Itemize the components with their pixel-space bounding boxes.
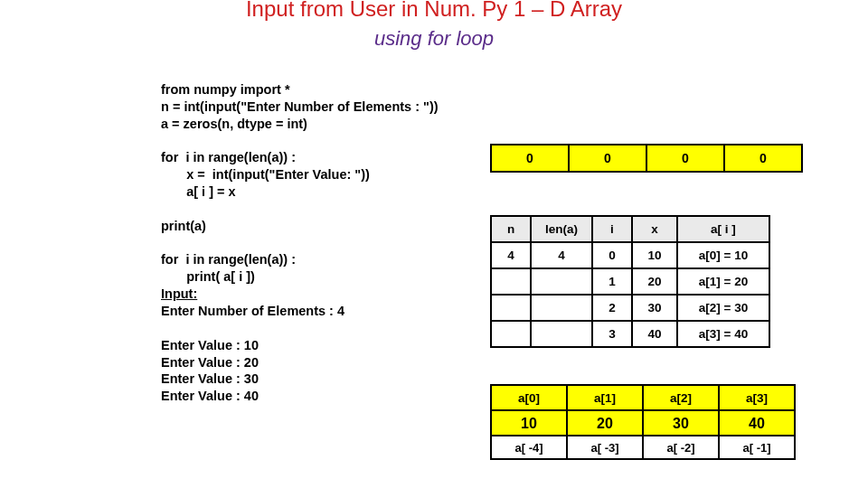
cell xyxy=(531,321,592,347)
code-line: a[ i ] = x xyxy=(161,184,236,199)
cell: 4 xyxy=(531,242,592,268)
code-line: print(a) xyxy=(161,219,206,233)
pos-index-cell: a[3] xyxy=(719,385,795,410)
col-len: len(a) xyxy=(531,216,592,242)
cell: 20 xyxy=(632,268,677,295)
cell xyxy=(531,268,592,295)
zeros-cell: 0 xyxy=(646,144,725,173)
final-array-table: a[0] a[1] a[2] a[3] 10 20 30 40 xyxy=(490,384,796,438)
cell xyxy=(531,295,592,321)
cell: 4 xyxy=(491,242,531,268)
code-line: n = int(input("Enter Number of Elements … xyxy=(161,99,439,114)
code-line: Enter Number of Elements : 4 xyxy=(161,304,344,318)
table-row: 2 30 a[2] = 30 xyxy=(491,295,769,321)
slide-subtitle: using for loop xyxy=(0,27,868,51)
code-line: print( a[ i ]) xyxy=(161,269,255,284)
code-line: for i in range(len(a)) : xyxy=(161,252,296,267)
neg-index-cell: a[ -2] xyxy=(643,436,719,459)
zeros-cell: 0 xyxy=(568,144,647,173)
value-cell: 40 xyxy=(719,410,795,437)
cell: a[2] = 30 xyxy=(677,295,769,321)
cell: 0 xyxy=(592,242,632,268)
cell: 1 xyxy=(592,268,632,295)
value-cell: 30 xyxy=(643,410,719,437)
col-i: i xyxy=(592,216,632,242)
cell: 3 xyxy=(592,321,632,347)
table-header-row: n len(a) i x a[ i ] xyxy=(491,216,769,242)
cell: a[1] = 20 xyxy=(677,268,769,295)
code-line: a = zeros(n, dtype = int) xyxy=(161,117,307,131)
zeros-cell: 0 xyxy=(723,144,803,173)
col-n: n xyxy=(491,216,531,242)
cell: 40 xyxy=(632,321,677,347)
neg-index-cell: a[ -3] xyxy=(567,436,643,459)
input-label: Input: xyxy=(161,286,197,301)
table-row: 4 4 0 10 a[0] = 10 xyxy=(491,242,769,268)
neg-index-cell: a[ -4] xyxy=(491,436,567,459)
slide-title: Input from User in Num. Py 1 – D Array xyxy=(0,0,868,22)
final-val-row: 10 20 30 40 xyxy=(491,410,795,437)
col-ai: a[ i ] xyxy=(677,216,769,242)
cell: 10 xyxy=(632,242,677,268)
value-cell: 10 xyxy=(491,410,567,437)
zeros-cell: 0 xyxy=(490,144,570,173)
pos-index-cell: a[0] xyxy=(491,385,567,410)
code-line: Enter Value : 40 xyxy=(161,389,259,403)
cell: 30 xyxy=(632,295,677,321)
neg-index-cell: a[ -1] xyxy=(719,436,795,459)
trace-table: n len(a) i x a[ i ] 4 4 0 10 a[0] = 10 1… xyxy=(490,215,770,348)
table-row: 3 40 a[3] = 40 xyxy=(491,321,769,347)
pos-index-cell: a[1] xyxy=(567,385,643,410)
code-line: Enter Value : 20 xyxy=(161,355,259,370)
cell xyxy=(491,321,531,347)
neg-index-row: a[ -4] a[ -3] a[ -2] a[ -1] xyxy=(490,435,796,460)
code-line: Enter Value : 30 xyxy=(161,371,259,386)
zeros-array: 0 0 0 0 xyxy=(490,144,803,173)
value-cell: 20 xyxy=(567,410,643,437)
cell: a[0] = 10 xyxy=(677,242,769,268)
cell: 2 xyxy=(592,295,632,321)
code-line: from numpy import * xyxy=(161,82,290,97)
cell xyxy=(491,268,531,295)
final-pos-row: a[0] a[1] a[2] a[3] xyxy=(491,385,795,410)
col-x: x xyxy=(632,216,677,242)
code-line: Enter Value : 10 xyxy=(161,338,259,352)
cell: a[3] = 40 xyxy=(677,321,769,347)
code-block: from numpy import * n = int(input("Enter… xyxy=(161,81,439,405)
table-row: 1 20 a[1] = 20 xyxy=(491,268,769,295)
cell xyxy=(491,295,531,321)
pos-index-cell: a[2] xyxy=(643,385,719,410)
code-line: x = int(input("Enter Value: ")) xyxy=(161,167,370,182)
code-line: for i in range(len(a)) : xyxy=(161,150,296,164)
